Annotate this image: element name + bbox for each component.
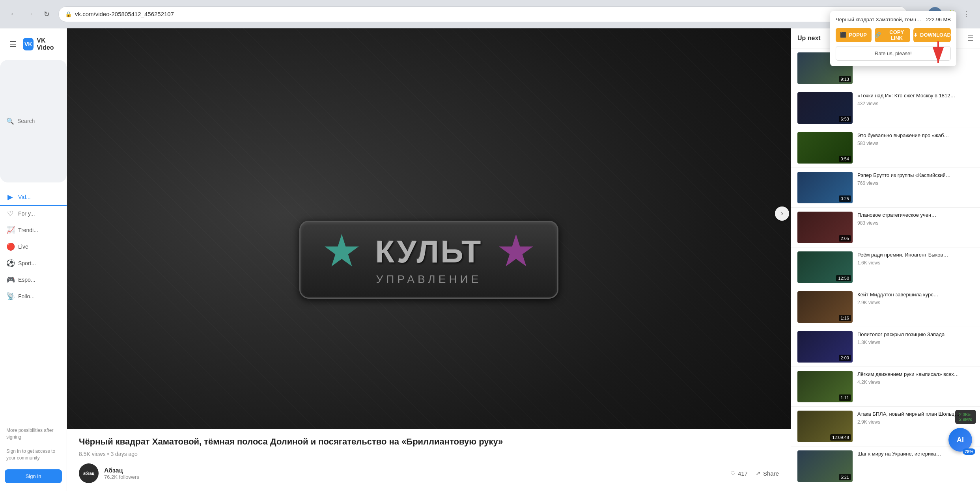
thumbnail-duration: 1:16 xyxy=(839,315,851,321)
video-item-info: Рэпер Брутто из группы «Каспийский… 766 … xyxy=(857,172,974,203)
video-item-info: Политолог раскрыл позицию Запада 1.3K vi… xyxy=(857,331,974,363)
sidebar-item-esports[interactable]: 🎮 Espo... xyxy=(0,272,67,288)
video-actions: ♡ 417 ↗ Share xyxy=(730,470,779,477)
video-item-info: Кейт Миддлтон завершила курс… 2.9K views xyxy=(857,291,974,323)
lock-icon: 🔒 xyxy=(65,11,72,17)
list-item[interactable]: 2:00 Политолог раскрыл позицию Запада 1.… xyxy=(791,327,980,367)
copy-icon: 🔗 xyxy=(875,32,881,38)
video-item-title: Политолог раскрыл позицию Запада xyxy=(857,331,974,338)
video-item-views: 983 views xyxy=(857,220,974,226)
following-icon: 📡 xyxy=(6,292,14,301)
trending-icon: 📈 xyxy=(6,226,14,234)
upravlenie-text: УПРАВЛЕНИЕ xyxy=(376,273,482,286)
video-info-bar: Чёрный квадрат Хаматовой, тёмная полоса … xyxy=(67,429,791,491)
main-container: ☰ VK VK Video 🔍 ▶ Vid... ♡ For y... 📈 Tr… xyxy=(0,28,980,491)
popup-rate[interactable]: Rate us, please! xyxy=(836,46,951,61)
video-item-title: Рэпер Брутто из группы «Каспийский… xyxy=(857,172,974,179)
share-icon: ↗ xyxy=(756,470,761,477)
heart-icon: ♡ xyxy=(6,209,14,218)
sidebar-logo: ☰ VK VK Video xyxy=(0,33,67,58)
forward-button[interactable]: → xyxy=(23,7,37,21)
post-date: 3 days ago xyxy=(110,451,138,457)
author-details: Абзац 76.2K followers xyxy=(104,467,139,480)
author-followers: 76.2K followers xyxy=(104,474,139,480)
reload-button[interactable]: ↻ xyxy=(39,7,54,21)
thumbnail-duration: 12:09:48 xyxy=(830,434,851,441)
video-player: КУЛЬТ УПРАВЛЕНИЕ Чёрный квадрат Хаматово… xyxy=(67,28,791,491)
list-item[interactable]: 1:11 Лёгким движением руки «выписал» все… xyxy=(791,367,980,407)
video-item-title: «Точки над И»: Кто сжёг Москву в 1812… xyxy=(857,92,974,99)
list-item[interactable]: 12:50 Реём ради премии. Иноагент Быков… … xyxy=(791,247,980,287)
live-icon: 🔴 xyxy=(6,242,14,251)
sports-icon: ⚽ xyxy=(6,259,14,268)
tab-bar: ▶ Vid... ♡ For y... 📈 Trendi... 🔴 Live ⚽… xyxy=(0,189,67,305)
list-item[interactable]: 0:25 Рэпер Брутто из группы «Каспийский…… xyxy=(791,168,980,208)
video-item-info: Шаг к миру на Украине, истерика… xyxy=(857,450,974,482)
video-item-title: Это буквально выражение про «жаб… xyxy=(857,132,974,139)
kult-logo: КУЛЬТ УПРАВЛЕНИЕ xyxy=(299,221,559,299)
list-item[interactable]: 6:53 «Точки над И»: Кто сжёг Москву в 18… xyxy=(791,88,980,128)
ai-badge[interactable]: AI 78% xyxy=(948,428,972,452)
sidebar-item-live[interactable]: 🔴 Live xyxy=(0,238,67,255)
thumbnail-duration: 12:50 xyxy=(836,275,851,281)
popup-popup-button[interactable]: ⬛ POPUP xyxy=(836,28,872,42)
list-item[interactable]: 2:05 Плановое стратегическое учен… 983 v… xyxy=(791,208,980,247)
share-button[interactable]: ↗ Share xyxy=(756,470,779,477)
kult-text: КУЛЬТ xyxy=(375,234,483,270)
download-popup: Чёрный квадрат Хаматовой, тёмная полоса … xyxy=(830,11,956,66)
playlist-next-button[interactable]: › xyxy=(775,206,789,221)
search-bar[interactable]: 🔍 xyxy=(0,60,67,182)
thumbnail: 1:11 xyxy=(797,371,853,402)
video-item-title: Плановое стратегическое учен… xyxy=(857,212,974,219)
popup-size: 222.96 MB xyxy=(926,17,951,22)
author-info: абзац Абзац 76.2K followers xyxy=(79,463,139,483)
thumbnail: 5:21 xyxy=(797,450,853,482)
popup-title: Чёрный квадрат Хаматовой, тёмная полоса … xyxy=(836,17,922,23)
list-view-toggle[interactable]: ☰ xyxy=(967,34,974,43)
video-author-row: абзац Абзац 76.2K followers ♡ 417 xyxy=(79,463,779,483)
video-item-views: 580 views xyxy=(857,141,974,146)
list-item[interactable]: 0:54 Это буквально выражение про «жаб… 5… xyxy=(791,128,980,168)
menu-button[interactable]: ⋮ xyxy=(959,7,974,21)
back-button[interactable]: ← xyxy=(6,7,21,21)
like-button[interactable]: ♡ 417 xyxy=(730,470,748,477)
upload-speed: 2.9M/s xyxy=(959,417,972,422)
thumbnail: 12:50 xyxy=(797,251,853,283)
thumbnail-duration: 2:05 xyxy=(839,235,851,242)
kult-main-row: КУЛЬТ xyxy=(324,234,534,270)
download-icon: ⬇ xyxy=(913,32,918,38)
sidebar-app-name: VK Video xyxy=(37,37,60,51)
author-name: Абзац xyxy=(104,467,139,474)
sidebar-item-video[interactable]: ▶ Vid... xyxy=(0,189,67,206)
sidebar-item-foryou[interactable]: ♡ For y... xyxy=(0,205,67,222)
esports-icon: 🎮 xyxy=(6,275,14,284)
hamburger-button[interactable]: ☰ xyxy=(6,36,20,52)
search-input[interactable] xyxy=(17,118,60,124)
search-icon: 🔍 xyxy=(6,117,14,125)
download-speed: 2.3K/s xyxy=(959,412,972,417)
video-item-title: Реём ради премии. Иноагент Быков… xyxy=(857,251,974,259)
thumbnail-duration: 6:53 xyxy=(839,116,851,122)
popup-icon: ⬛ xyxy=(840,32,846,38)
popup-header: Чёрный квадрат Хаматовой, тёмная полоса … xyxy=(836,17,951,23)
video-item-info: Реём ради премии. Иноагент Быков… 1.6K v… xyxy=(857,251,974,283)
browser-chrome: ← → ↻ 🔒 vk.com/video-205805412_456252107… xyxy=(0,0,980,28)
video-title: Чёрный квадрат Хаматовой, тёмная полоса … xyxy=(79,437,779,447)
list-item[interactable]: 5:21 Шаг к миру на Украине, истерика… xyxy=(791,446,980,486)
list-item[interactable]: 1:16 Кейт Миддлтон завершила курс… 2.9K … xyxy=(791,287,980,327)
sidebar-item-trending[interactable]: 📈 Trendi... xyxy=(0,222,67,238)
video-item-title: Шаг к миру на Украине, истерика… xyxy=(857,450,974,458)
thumbnail-duration: 0:54 xyxy=(839,156,851,162)
address-bar[interactable]: 🔒 vk.com/video-205805412_456252107 xyxy=(58,6,907,22)
sidebar-more-text: More possibilities after signing xyxy=(0,424,67,444)
sidebar-item-sports[interactable]: ⚽ Sport... xyxy=(0,255,67,272)
sidebar-sign-in-button[interactable]: Sign in xyxy=(5,469,62,483)
video-item-views: 766 views xyxy=(857,180,974,186)
video-item-views: 1.3K views xyxy=(857,340,974,345)
popup-copy-button[interactable]: 🔗 COPY LINK xyxy=(875,28,911,42)
sidebar-more-subtext: Sign in to get access to your community xyxy=(0,445,67,465)
sidebar-item-following[interactable]: 📡 Follo... xyxy=(0,288,67,305)
right-bottom-section: Other videos 2:04 «Солнцепёк» выжигает о… xyxy=(791,486,980,491)
popup-download-button[interactable]: ⬇ DOWNLOAD xyxy=(913,28,951,42)
video-item-info: «Точки над И»: Кто сжёг Москву в 1812… 4… xyxy=(857,92,974,124)
